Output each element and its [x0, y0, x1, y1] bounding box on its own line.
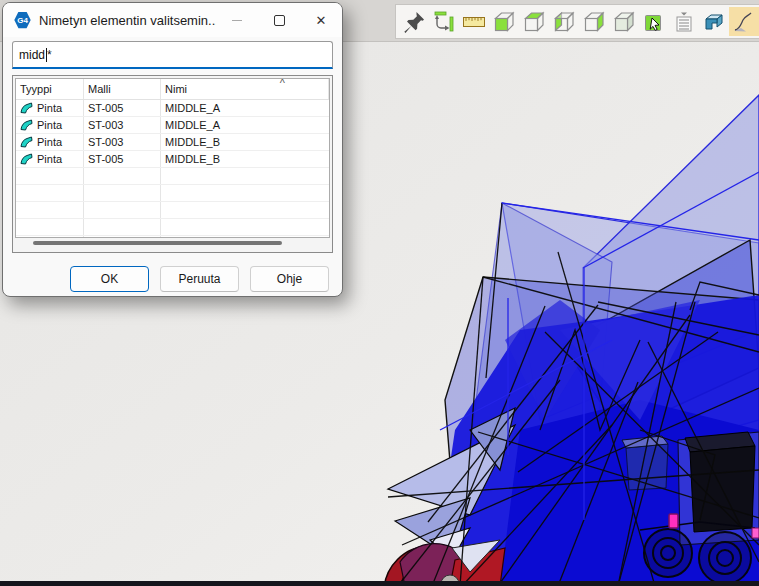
surface-icon	[20, 102, 33, 114]
minimize-icon	[232, 20, 242, 21]
ok-button[interactable]: OK	[70, 266, 149, 292]
column-header-tyyppi[interactable]: Tyyppi	[16, 79, 84, 99]
cell-tyyppi-label: Pinta	[37, 119, 62, 131]
element-list: Tyyppi Malli Nimi ^ Pinta ST-005 MIDDLE_…	[12, 75, 333, 253]
cell-tyyppi-label: Pinta	[37, 136, 62, 148]
select-face-icon[interactable]	[639, 7, 669, 36]
close-button[interactable]: ✕	[300, 4, 342, 36]
surface-icon	[20, 153, 33, 165]
empty-table-row[interactable]	[16, 202, 329, 219]
element-grid: Tyyppi Malli Nimi ^ Pinta ST-005 MIDDLE_…	[15, 78, 330, 238]
view-cube-side-icon[interactable]	[579, 7, 609, 36]
ruler-icon[interactable]	[459, 7, 489, 36]
viewport-bottom-edge	[0, 581, 759, 586]
scrollbar-thumb[interactable]	[33, 241, 281, 245]
maximize-icon	[274, 15, 285, 26]
cell-nimi: MIDDLE_B	[161, 151, 329, 167]
empty-table-row[interactable]	[16, 236, 329, 238]
surface-icon	[20, 136, 33, 148]
table-row[interactable]: Pinta ST-003 MIDDLE_A	[16, 117, 329, 134]
spline-icon[interactable]	[729, 7, 759, 36]
column-header-malli[interactable]: Malli	[84, 79, 161, 99]
table-row[interactable]: Pinta ST-005 MIDDLE_A	[16, 100, 329, 117]
column-header-nimi[interactable]: Nimi	[161, 79, 329, 99]
sort-ascending-icon[interactable]: ^	[280, 78, 285, 89]
view-cube-front-icon[interactable]	[489, 7, 519, 36]
cell-nimi: MIDDLE_B	[161, 134, 329, 150]
table-body: Pinta ST-005 MIDDLE_A Pinta ST-003 MIDDL…	[16, 100, 329, 238]
cell-tyyppi-label: Pinta	[37, 102, 62, 114]
filter-input-value: midd	[19, 48, 45, 62]
view-cube-top-icon[interactable]	[519, 7, 549, 36]
filter-input[interactable]: midd *	[12, 41, 333, 69]
named-element-dialog: G4 Nimetyn elementin valitsemin... ✕ mid…	[2, 2, 343, 297]
cell-nimi: MIDDLE_A	[161, 100, 329, 116]
dialog-titlebar[interactable]: G4 Nimetyn elementin valitsemin... ✕	[3, 3, 342, 37]
empty-table-row[interactable]	[16, 219, 329, 236]
notes-list-icon[interactable]	[669, 7, 699, 36]
cell-malli: ST-005	[84, 151, 161, 167]
filter-wildcard: *	[47, 50, 52, 60]
solid-cube-icon[interactable]	[609, 7, 639, 36]
cancel-button[interactable]: Peruuta	[160, 266, 239, 292]
application-window: G4 Nimetyn elementin valitsemin... ✕ mid…	[0, 0, 759, 586]
measure-offset-icon[interactable]	[429, 7, 459, 36]
cell-tyyppi-label: Pinta	[37, 153, 62, 165]
toolbar	[395, 4, 759, 39]
table-row[interactable]: Pinta ST-005 MIDDLE_B	[16, 151, 329, 168]
pin-icon[interactable]	[399, 7, 429, 36]
table-row[interactable]: Pinta ST-003 MIDDLE_B	[16, 134, 329, 151]
help-button[interactable]: Ohje	[250, 266, 329, 292]
cell-nimi: MIDDLE_A	[161, 117, 329, 133]
horizontal-scrollbar[interactable]	[15, 238, 330, 248]
cell-malli: ST-003	[84, 134, 161, 150]
dialog-title: Nimetyn elementin valitsemin...	[39, 13, 216, 28]
surface-icon	[20, 119, 33, 131]
g4-app-icon: G4	[14, 12, 31, 29]
view-cube-back-icon[interactable]	[549, 7, 579, 36]
maximize-button[interactable]	[258, 4, 300, 36]
cell-malli: ST-003	[84, 117, 161, 133]
grid-header-row: Tyyppi Malli Nimi ^	[16, 79, 329, 100]
profile-solid-icon[interactable]	[699, 7, 729, 36]
empty-table-row[interactable]	[16, 168, 329, 185]
close-icon: ✕	[316, 14, 327, 27]
cell-malli: ST-005	[84, 100, 161, 116]
minimize-button[interactable]	[216, 4, 258, 36]
empty-table-row[interactable]	[16, 185, 329, 202]
dialog-buttons: OK Peruuta Ohje	[3, 266, 329, 292]
